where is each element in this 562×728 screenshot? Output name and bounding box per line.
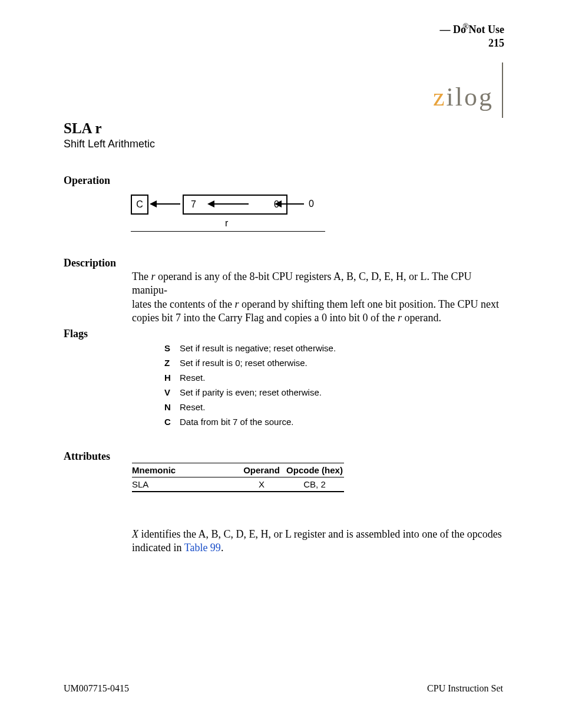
page-footer: UM007715-0415 CPU Instruction Set bbox=[64, 683, 503, 694]
shift-left-diagram: C 7 0 0 r bbox=[131, 195, 331, 236]
logo-divider bbox=[502, 62, 503, 118]
description-text: The r operand is any of the 8-bit CPU re… bbox=[132, 270, 503, 325]
flag-row: NReset. bbox=[164, 400, 336, 414]
table-99-link[interactable]: Table 99 bbox=[184, 542, 221, 554]
flag-row: HReset. bbox=[164, 370, 336, 385]
logo-text: zilog bbox=[433, 82, 494, 112]
description-heading: Description bbox=[64, 257, 116, 269]
section-name: CPU Instruction Set bbox=[427, 683, 503, 694]
diagram-rule bbox=[131, 231, 325, 232]
zilog-logo: zilog bbox=[433, 57, 503, 112]
flag-row: SSet if result is negative; reset otherw… bbox=[164, 341, 336, 355]
zero-input-label: 0 bbox=[309, 199, 314, 209]
operation-heading: Operation bbox=[64, 174, 110, 187]
arrow-left-icon bbox=[275, 200, 282, 207]
instruction-heading: SLA r bbox=[64, 120, 102, 137]
instruction-subheading: Shift Left Arithmetic bbox=[64, 138, 155, 150]
doc-title: — Do Not Use bbox=[440, 24, 505, 36]
attributes-heading: Attributes bbox=[64, 450, 110, 463]
arrow-line bbox=[280, 203, 304, 205]
carry-box: C bbox=[131, 195, 148, 215]
doc-id: UM007715-0415 bbox=[64, 683, 129, 694]
bit-7-label: 7 bbox=[191, 199, 196, 210]
flag-row: ZSet if result is 0; reset otherwise. bbox=[164, 355, 336, 370]
arrow-line bbox=[156, 203, 180, 205]
page-number: 215 bbox=[440, 37, 505, 50]
flag-row: VSet if parity is even; reset otherwise. bbox=[164, 385, 336, 400]
x-identifier-text: X identifies the A, B, C, D, E, H, or L … bbox=[132, 528, 503, 555]
arrow-left-icon bbox=[207, 200, 214, 207]
flags-heading: Flags bbox=[64, 328, 88, 340]
arrow-line bbox=[213, 203, 249, 205]
r-label: r bbox=[225, 218, 228, 229]
flag-row: CData from bit 7 of the source. bbox=[164, 414, 336, 429]
attributes-table: Mnemonic Operand Opcode (hex) SLA X CB, … bbox=[132, 463, 344, 492]
flags-list: SSet if result is negative; reset otherw… bbox=[164, 341, 336, 429]
table-row: SLA X CB, 2 bbox=[132, 477, 344, 492]
table-header: Mnemonic Operand Opcode (hex) bbox=[132, 463, 344, 477]
registered-mark: ® bbox=[462, 22, 469, 32]
arrow-left-icon bbox=[150, 200, 157, 207]
register-box: 7 0 bbox=[183, 195, 287, 215]
